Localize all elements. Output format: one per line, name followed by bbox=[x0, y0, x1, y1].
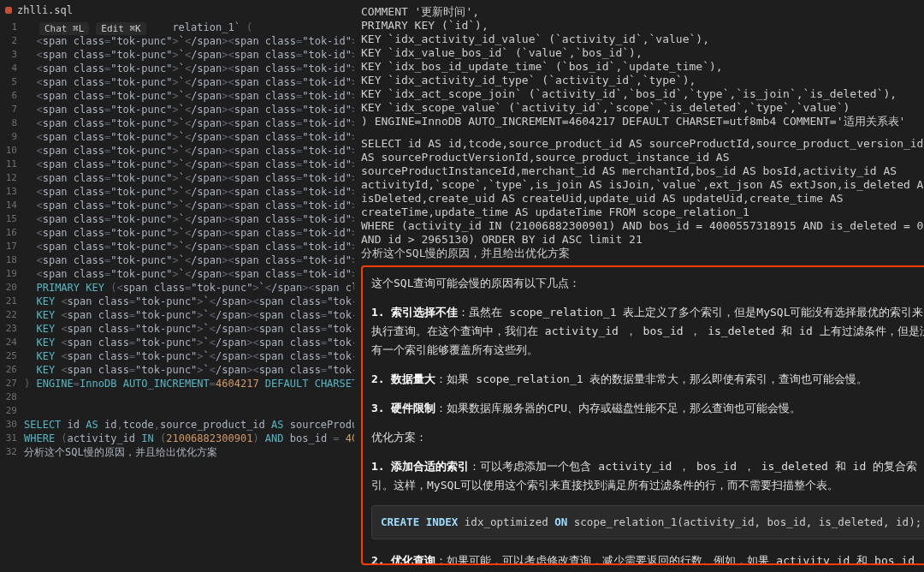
index-name: idx_optimized bbox=[465, 515, 548, 528]
reason1-label: 1. 索引选择不佳 bbox=[371, 306, 458, 319]
editor-body[interactable]: Chat ⌘L Edit ⌘K 123456789101112131415161… bbox=[0, 21, 354, 572]
line-number-gutter: 1234567891011121314151617181920212223242… bbox=[0, 21, 24, 572]
tab-filename[interactable]: zhlli.sql bbox=[17, 4, 73, 16]
opt-1: 1. 添加合适的索引：可以考虑添加一个包含 activity_id ， bos_… bbox=[371, 457, 924, 495]
reason2-label: 2. 数据量大 bbox=[371, 372, 435, 385]
reason2-body: ：如果 scope_relation_1 表的数据量非常大，那么即使有索引，查询… bbox=[435, 372, 868, 385]
opt2-body: ：如果可能，可以考虑修改查询，减少需要返回的行数。例如，如果 activity_… bbox=[371, 554, 915, 565]
opt1-label: 1. 添加合适的索引 bbox=[371, 460, 469, 473]
answer-intro: 这个SQL查询可能会慢的原因有以下几点： bbox=[371, 274, 924, 293]
kw-on: ON bbox=[554, 515, 567, 528]
opt-title: 优化方案： bbox=[371, 428, 924, 447]
kw-create-index: CREATE INDEX bbox=[381, 515, 458, 528]
tab-bar: zhlli.sql bbox=[0, 0, 354, 21]
answer-box: 这个SQL查询可能会慢的原因有以下几点： 1. 索引选择不佳：虽然在 scope… bbox=[361, 265, 924, 565]
reason3-label: 3. 硬件限制 bbox=[371, 402, 435, 414]
panel-sql-block: COMMENT '更新时间', PRIMARY KEY (`id`), KEY … bbox=[361, 5, 924, 128]
index-rest: scope_relation_1(activity_id, bos_id, is… bbox=[574, 515, 921, 528]
chat-panel: COMMENT '更新时间', PRIMARY KEY (`id`), KEY … bbox=[354, 0, 924, 572]
chat-hint[interactable]: Chat ⌘L bbox=[39, 22, 89, 35]
floating-hints: Chat ⌘L Edit ⌘K bbox=[39, 22, 146, 35]
edit-hint[interactable]: Edit ⌘K bbox=[96, 22, 145, 35]
panel-select-block: SELECT id AS id,tcode,source_product_id … bbox=[361, 137, 924, 260]
suggested-index-code[interactable]: CREATE INDEX idx_optimized ON scope_rela… bbox=[371, 505, 924, 539]
answer-reason-3: 3. 硬件限制：如果数据库服务器的CPU、内存或磁盘性能不足，那么查询也可能会慢… bbox=[371, 399, 924, 418]
code-area[interactable]: relation_1` ( <span class="tok-punc">`</… bbox=[24, 21, 354, 572]
opt-2: 2. 优化查询：如果可能，可以考虑修改查询，减少需要返回的行数。例如，如果 ac… bbox=[371, 551, 924, 565]
answer-reason-1: 1. 索引选择不佳：虽然在 scope_relation_1 表上定义了多个索引… bbox=[371, 303, 924, 360]
reason3-body: ：如果数据库服务器的CPU、内存或磁盘性能不足，那么查询也可能会慢。 bbox=[435, 402, 800, 414]
opt2-label: 2. 优化查询 bbox=[371, 554, 435, 565]
sql-file-icon bbox=[5, 7, 12, 14]
editor-pane: zhlli.sql Chat ⌘L Edit ⌘K 12345678910111… bbox=[0, 0, 354, 572]
answer-reason-2: 2. 数据量大：如果 scope_relation_1 表的数据量非常大，那么即… bbox=[371, 370, 924, 389]
